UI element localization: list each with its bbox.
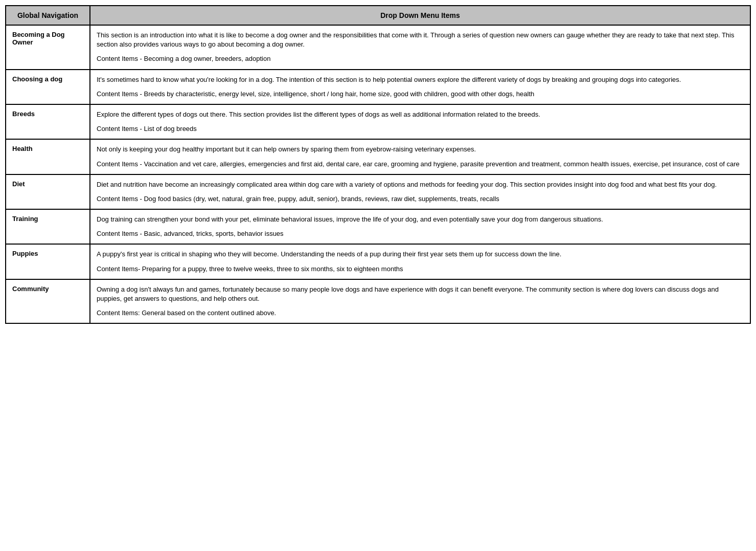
table-row: Choosing a dogIt's sometimes hard to kno…	[6, 70, 750, 104]
desc-content-3: Content Items - Vaccination and vet care…	[97, 160, 744, 169]
nav-cell-7: Community	[6, 279, 90, 324]
desc-content-4: Content Items - Dog food basics (dry, we…	[97, 194, 744, 204]
desc-content-5: Content Items - Basic, advanced, tricks,…	[97, 229, 744, 238]
desc-cell-7: Owning a dog isn't always fun and games,…	[90, 279, 750, 324]
desc-main-7: Owning a dog isn't always fun and games,…	[97, 285, 744, 303]
nav-cell-6: Puppies	[6, 244, 90, 279]
desc-cell-0: This section is an introduction into wha…	[90, 25, 750, 70]
desc-content-6: Content Items- Preparing for a puppy, th…	[97, 265, 744, 274]
desc-content-2: Content Items - List of dog breeds	[97, 124, 744, 134]
table-row: PuppiesA puppy's first year is critical …	[6, 244, 750, 279]
nav-cell-0: Becoming a Dog Owner	[6, 25, 90, 70]
desc-main-4: Diet and nutrition have become an increa…	[97, 180, 744, 189]
desc-content-7: Content Items: General based on the cont…	[97, 308, 744, 318]
header-global-navigation: Global Navigation	[6, 6, 90, 25]
desc-main-0: This section is an introduction into wha…	[97, 31, 744, 49]
desc-main-3: Not only is keeping your dog healthy imp…	[97, 145, 744, 154]
nav-cell-1: Choosing a dog	[6, 70, 90, 104]
desc-main-6: A puppy's first year is critical in shap…	[97, 250, 744, 259]
nav-cell-3: Health	[6, 139, 90, 174]
nav-cell-2: Breeds	[6, 104, 90, 139]
navigation-table: Global Navigation Drop Down Menu Items B…	[5, 5, 751, 324]
desc-cell-1: It's sometimes hard to know what you're …	[90, 70, 750, 104]
desc-content-0: Content Items - Becoming a dog owner, br…	[97, 54, 744, 63]
desc-content-1: Content Items - Breeds by characteristic…	[97, 90, 744, 99]
desc-cell-2: Explore the different types of dogs out …	[90, 104, 750, 139]
desc-cell-4: Diet and nutrition have become an increa…	[90, 174, 750, 209]
table-row: DietDiet and nutrition have become an in…	[6, 174, 750, 209]
table-row: BreedsExplore the different types of dog…	[6, 104, 750, 139]
desc-main-5: Dog training can strengthen your bond wi…	[97, 215, 744, 224]
desc-main-1: It's sometimes hard to know what you're …	[97, 75, 744, 84]
table-row: HealthNot only is keeping your dog healt…	[6, 139, 750, 174]
desc-main-2: Explore the different types of dogs out …	[97, 110, 744, 119]
nav-cell-5: Training	[6, 209, 90, 244]
table-row: TrainingDog training can strengthen your…	[6, 209, 750, 244]
table-row: CommunityOwning a dog isn't always fun a…	[6, 279, 750, 324]
desc-cell-5: Dog training can strengthen your bond wi…	[90, 209, 750, 244]
nav-cell-4: Diet	[6, 174, 90, 209]
header-drop-down-menu-items: Drop Down Menu Items	[90, 6, 750, 25]
table-row: Becoming a Dog OwnerThis section is an i…	[6, 25, 750, 70]
desc-cell-6: A puppy's first year is critical in shap…	[90, 244, 750, 279]
desc-cell-3: Not only is keeping your dog healthy imp…	[90, 139, 750, 174]
